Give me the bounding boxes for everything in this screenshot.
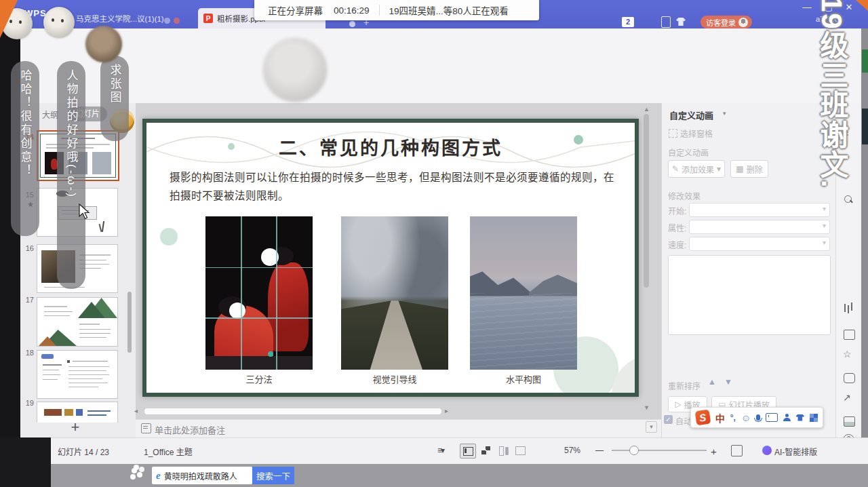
document-tab-1[interactable]: P 马克思主义学院...议(1)(1) (57, 8, 175, 28)
emoji-icon[interactable]: ☺ (741, 412, 751, 423)
thumbnail-scrollbar[interactable] (127, 292, 132, 353)
zoom-in-button[interactable]: + (711, 446, 717, 457)
slide-number-17: 17 (20, 296, 34, 304)
decor-dot (636, 147, 639, 153)
guest-login-button[interactable]: 访客登录 (701, 16, 752, 28)
taskbar-search-box[interactable]: e 黄晓明拍戏疏散路人 (152, 467, 252, 484)
punctuation-icon[interactable]: °, (730, 413, 736, 423)
panel-title-dropdown[interactable]: ▾ (723, 110, 726, 117)
vscroll-up-arrow[interactable]: ▲ (644, 106, 650, 113)
slide-thumbnail-18[interactable] (37, 350, 118, 399)
horizontal-scrollbar[interactable] (144, 408, 442, 415)
photo-horizontal[interactable] (470, 216, 577, 370)
slide-title[interactable]: 二、常见的几种构图方式 (146, 134, 635, 160)
vertical-scrollbar[interactable] (644, 114, 649, 288)
soft-keyboard-icon[interactable] (766, 413, 778, 422)
add-effect-button[interactable]: ✎ 添加效果 ▾ (668, 160, 725, 178)
slide-thumbnail-17[interactable] (37, 297, 118, 347)
animation-group-label: 自定义动画 (668, 147, 709, 158)
launcher-flower-icon[interactable] (132, 468, 137, 473)
zoom-out-button[interactable]: — (595, 446, 604, 455)
background-window-dark (862, 109, 868, 144)
properties-sliders-icon[interactable] (844, 304, 846, 312)
taskbar-search-button[interactable]: 搜索一下 (252, 467, 294, 484)
share-icon[interactable]: ↗ (843, 392, 851, 403)
slide-body-text[interactable]: 摄影的构图法则可以让你在拍摄的时候多一些思考，但是构图法则不是必须要遵循的规则，… (170, 169, 623, 206)
delete-effect-button[interactable]: ▦ 删除 (730, 160, 768, 178)
normal-view-button[interactable] (460, 444, 476, 459)
play-view-button[interactable] (513, 444, 528, 457)
fit-slide-button[interactable] (731, 445, 743, 456)
sharing-timer: 00:16:29 (334, 5, 370, 16)
taskbar (0, 464, 868, 487)
ai-layout-button[interactable]: AI-智能排版 (774, 446, 817, 457)
photo-rule-of-thirds[interactable] (205, 216, 313, 370)
photo-leading-lines[interactable] (341, 216, 448, 370)
tab-outline[interactable]: 大纲 (42, 109, 58, 120)
danmaku-comment: 求张图 (100, 56, 129, 141)
modify-effect-label: 修改效果 (668, 190, 701, 201)
screen: WPS P 马克思主义学院...议(1)(1) P 粗析摄影.pptx + 2 … (0, 0, 868, 487)
session-icon (164, 18, 170, 24)
toolbox-grid-icon[interactable] (810, 414, 818, 422)
add-slide-button[interactable]: + (68, 419, 83, 435)
ribbon: 粘贴 ▾ ✂ 剪切 ▨ 格式刷 ▷ 从当前开始 ▾ 新建幻灯片 ▾ 版式 ▾ 节… (0, 57, 868, 104)
reorder-up-button[interactable]: ▲ (705, 377, 719, 389)
animation-list-box[interactable] (668, 255, 831, 335)
speed-select[interactable] (689, 237, 830, 251)
sorter-view-button[interactable] (479, 444, 494, 457)
mouse-cursor (79, 203, 91, 220)
danmaku-vertical-comment: 19级三班谢文. (811, 0, 852, 254)
notes-toggle-icon[interactable]: ≡▾ (437, 446, 443, 455)
sharing-status-label: 正在分享屏幕 (268, 3, 323, 17)
notes-placeholder[interactable]: 单击此处添加备注 (155, 423, 225, 436)
overlay-corner-orange (0, 0, 18, 38)
selection-pane-button[interactable]: 选择窗格 (680, 128, 713, 139)
hscroll-right-arrow[interactable]: ▸ (445, 407, 448, 414)
slide-number-16: 16 (20, 244, 34, 252)
zoom-slider-track[interactable] (612, 450, 707, 451)
split-view-button[interactable] (496, 444, 511, 457)
zoom-slider-knob[interactable] (629, 446, 639, 455)
notes-expand-button[interactable]: ▾ (646, 421, 657, 433)
tab-audio-icon[interactable] (349, 21, 355, 27)
property-select[interactable] (689, 220, 830, 234)
notification-badge[interactable]: 2 (622, 17, 634, 27)
taskbar-search-query[interactable]: 黄晓明拍戏疏散路人 (164, 470, 237, 482)
caption-leading-lines: 视觉引导线 (340, 372, 449, 385)
hscroll-left-arrow[interactable]: ◂ (134, 407, 138, 414)
reorder-label: 重新排序 (668, 380, 701, 391)
record-icon (174, 18, 180, 24)
sogou-logo[interactable]: S (695, 410, 711, 426)
ime-mode-toggle[interactable]: 中 (715, 411, 725, 425)
slide-canvas[interactable]: 二、常见的几种构图方式 摄影的构图法则可以让你在拍摄的时候多一些思考，但是构图法… (142, 119, 639, 397)
decor-circle (160, 228, 178, 246)
skin-icon[interactable] (676, 18, 686, 26)
document-icon[interactable] (661, 16, 671, 28)
browser-e-icon: e (156, 470, 161, 482)
image-pane-icon[interactable] (844, 416, 855, 427)
auto-preview-checkbox[interactable]: ✓ (664, 415, 673, 424)
screen-share-banner: 正在分享屏幕 00:16:29 19四班吴婧...等80人正在观看 (254, 0, 539, 20)
start-label: 开始: (668, 205, 686, 216)
menubar: ≡ 文件 ↺ ↻ ▾ 开始 插入 设计 切换 动画 幻灯片放映 审阅 视图 安全… (0, 28, 868, 58)
theme-name[interactable]: 1_Office 主题 (144, 446, 193, 457)
slide-number-18: 18 (20, 349, 34, 357)
voice-input-icon[interactable] (756, 414, 760, 421)
document-tab-1-label: 马克思主义学院...议(1)(1) (76, 13, 164, 24)
start-select[interactable] (689, 203, 830, 217)
vscroll-down-arrow[interactable]: ▼ (644, 404, 650, 411)
ime-toolbar[interactable]: S 中 °, ☺ (690, 407, 823, 428)
slide-number-19: 19 (20, 399, 34, 407)
account-icon[interactable] (783, 414, 791, 421)
layout-pane-icon[interactable] (844, 330, 855, 340)
viewers-label: 19四班吴婧...等80人正在观看 (389, 3, 509, 17)
favorites-star-icon[interactable]: ☆ (843, 349, 852, 359)
zoom-level[interactable]: 57% (564, 446, 580, 455)
reorder-down-button[interactable]: ▼ (722, 377, 735, 389)
background-window-edge (861, 28, 868, 437)
ppt-file-icon: P (203, 14, 213, 23)
card-pane-icon[interactable] (844, 373, 855, 383)
skin-center-icon[interactable] (795, 414, 804, 421)
avatar (738, 18, 748, 27)
